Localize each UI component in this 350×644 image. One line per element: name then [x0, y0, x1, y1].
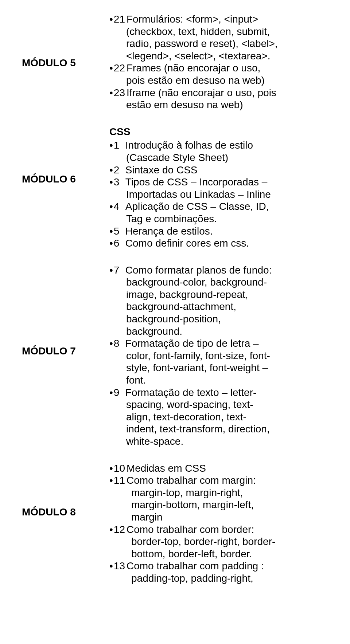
bullet-icon: •	[109, 560, 114, 572]
list-item-cont: margin-bottom, margin-left,	[109, 499, 306, 511]
list-item: •4Aplicação de CSS – Classe, ID,	[109, 200, 306, 213]
module-5-content: •21Formulários: <form>, <input> (checkbo…	[109, 13, 306, 111]
list-item: •10Medidas em CSS	[109, 462, 306, 475]
list-item-cont: pois estão em desuso na web)	[109, 74, 306, 87]
list-item: •13Como trabalhar com padding :	[109, 560, 306, 572]
bullet-icon: •	[109, 237, 114, 250]
module-8-content: •10Medidas em CSS •11Como trabalhar com …	[109, 462, 306, 585]
module-7-row: MÓDULO 7 •7Como formatar planos de fundo…	[0, 264, 350, 448]
list-item-cont: margin	[109, 511, 306, 523]
bullet-icon: •	[109, 139, 114, 152]
list-item-cont: margin-top, margin-right,	[109, 487, 306, 499]
module-7-label: MÓDULO 7	[0, 264, 109, 357]
list-item-cont: spacing, word-spacing, text-	[109, 398, 306, 411]
list-item: •5Herança de estilos.	[109, 225, 306, 237]
bullet-icon: •	[109, 164, 114, 176]
list-item-cont: background-position,	[109, 313, 306, 325]
list-item-cont: white-space.	[109, 435, 306, 448]
list-item: •22Frames (não encorajar o uso,	[109, 62, 306, 74]
list-item-cont: image, background-repeat,	[109, 288, 306, 301]
list-item-cont: background.	[109, 325, 306, 338]
list-item-cont: (checkbox, text, hidden, submit,	[109, 25, 306, 38]
bullet-icon: •	[109, 13, 114, 25]
list-item: •9Formatação de texto – letter-	[109, 386, 306, 399]
bullet-icon: •	[109, 462, 114, 475]
module-8-row: MÓDULO 8 •10Medidas em CSS •11Como traba…	[0, 462, 350, 585]
list-item-cont: padding-top, padding-right,	[109, 572, 306, 585]
list-item-cont: bottom, border-left, border.	[109, 548, 306, 560]
list-item: •3Tipos de CSS – Incorporadas –	[109, 176, 306, 188]
list-item: •2Sintaxe do CSS	[109, 164, 306, 176]
module-6-row: MÓDULO 6 CSS •1Introdução à folhas de es…	[0, 126, 350, 250]
list-item-cont: border-top, border-right, border-	[109, 535, 306, 548]
bullet-icon: •	[109, 523, 114, 536]
list-item: •7Como formatar planos de fundo:	[109, 264, 306, 276]
module-5-label: MÓDULO 5	[0, 13, 109, 69]
list-item: •12Como trabalhar com border:	[109, 523, 306, 536]
list-item-cont: estão em desuso na web)	[109, 99, 306, 111]
module-6-label: MÓDULO 6	[0, 126, 109, 185]
list-item-cont: radio, password e reset), <label>,	[109, 38, 306, 50]
bullet-icon: •	[109, 200, 114, 213]
bullet-icon: •	[109, 176, 114, 188]
list-item: •6Como definir cores em css.	[109, 237, 306, 250]
list-item-cont: <legend>, <select>, <textarea>.	[109, 50, 306, 62]
bullet-icon: •	[109, 264, 114, 276]
list-item-cont: style, font-variant, font-weight –	[109, 362, 306, 374]
list-item: •11Como trabalhar com margin:	[109, 474, 306, 487]
list-item: •8Formatação de tipo de letra –	[109, 337, 306, 350]
bullet-icon: •	[109, 87, 114, 99]
list-item-cont: color, font-family, font-size, font-	[109, 350, 306, 362]
list-item-cont: Tag e combinações.	[109, 213, 306, 225]
bullet-icon: •	[109, 386, 114, 399]
bullet-icon: •	[109, 337, 114, 350]
module-7-content: •7Como formatar planos de fundo: backgro…	[109, 264, 306, 448]
css-heading: CSS	[109, 126, 306, 138]
bullet-icon: •	[109, 474, 114, 487]
bullet-icon: •	[109, 62, 114, 74]
module-6-content: CSS •1Introdução à folhas de estilo (Cas…	[109, 126, 306, 250]
list-item-cont: indent, text-transform, direction,	[109, 423, 306, 435]
list-item-cont: (Cascade Style Sheet)	[109, 152, 306, 164]
list-item: •21Formulários: <form>, <input>	[109, 13, 306, 25]
list-item-cont: Importadas ou Linkadas – Inline	[109, 188, 306, 201]
module-5-row: MÓDULO 5 •21Formulários: <form>, <input>…	[0, 13, 350, 111]
list-item-cont: align, text-decoration, text-	[109, 411, 306, 423]
list-item: •23Iframe (não encorajar o uso, pois	[109, 87, 306, 99]
module-8-label: MÓDULO 8	[0, 462, 109, 518]
list-item-cont: background-attachment,	[109, 301, 306, 313]
list-item-cont: background-color, background-	[109, 276, 306, 288]
bullet-icon: •	[109, 225, 114, 237]
list-item-cont: font.	[109, 374, 306, 386]
list-item: •1Introdução à folhas de estilo	[109, 139, 306, 152]
